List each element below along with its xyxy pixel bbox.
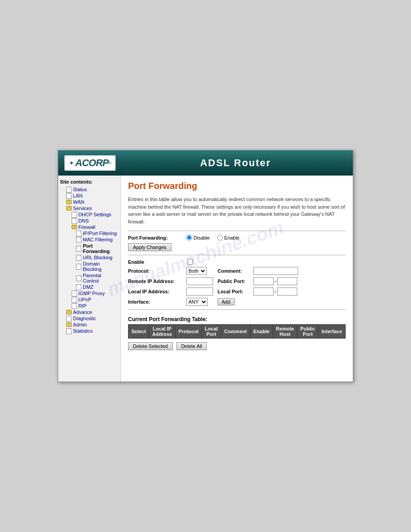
protocol-comment-row: Protocol: Both TCP UDP Comment: xyxy=(128,267,346,275)
folder-icon xyxy=(66,206,72,210)
page-icon xyxy=(76,284,81,290)
bottom-buttons: Delete Selected Delete All xyxy=(128,342,346,350)
public-port-start-input[interactable] xyxy=(253,277,274,285)
protocol-select[interactable]: Both TCP UDP xyxy=(186,267,207,275)
page-icon xyxy=(72,291,77,296)
sidebar-item-domain-blocking[interactable]: Domain Blocking xyxy=(60,261,119,272)
interface-label: Interface: xyxy=(128,299,186,305)
page-icon xyxy=(76,237,81,242)
radio-group: Disable Enable xyxy=(186,235,240,240)
page-icon xyxy=(72,212,77,217)
sidebar-item-url-blocking[interactable]: URL Blocking xyxy=(60,254,119,261)
logo-registered: ® xyxy=(108,161,111,165)
sidebar-item-firewall[interactable]: Firewall xyxy=(60,224,119,230)
enable-checkbox-label: Enable xyxy=(128,259,186,265)
page-icon xyxy=(76,275,81,281)
public-port-end-input[interactable] xyxy=(277,277,297,285)
header: ✦ ACORP ® ADSL Router xyxy=(58,150,353,176)
sidebar-item-wan[interactable]: WAN xyxy=(60,199,119,205)
description: Entries in this table allow you to autom… xyxy=(128,196,346,225)
page-icon xyxy=(76,264,81,269)
local-port-start-input[interactable] xyxy=(253,287,274,296)
divider-2 xyxy=(128,255,346,255)
page-icon xyxy=(66,187,72,192)
table-title: Current Port Forwarding Table: xyxy=(128,316,346,322)
enable-label: Enable xyxy=(224,235,240,240)
col-remote-host: RemoteHost xyxy=(273,325,297,339)
page-icon xyxy=(76,246,81,251)
comment-label: Comment: xyxy=(218,268,253,274)
sidebar-item-ip-port-filtering[interactable]: IP/Port Filtering xyxy=(60,230,119,236)
folder-icon xyxy=(66,322,72,327)
sidebar-item-statistics[interactable]: Statistics xyxy=(60,328,119,334)
table-section: Current Port Forwarding Table: Select Lo… xyxy=(128,316,346,350)
comment-input[interactable] xyxy=(253,267,298,275)
content-area: Port Forwarding Entries in this table al… xyxy=(121,176,353,382)
disable-option[interactable]: Disable xyxy=(186,235,210,240)
sidebar-item-port-forwarding[interactable]: Port Forwarding xyxy=(60,243,119,254)
folder-icon xyxy=(72,225,77,229)
sidebar-item-igmp-proxy[interactable]: IGMP Proxy xyxy=(60,290,119,296)
sidebar-item-lan[interactable]: LAN xyxy=(60,193,119,199)
folder-icon xyxy=(66,310,72,314)
local-ip-label: Local IP Address: xyxy=(128,289,186,294)
add-button[interactable]: Add xyxy=(218,298,235,305)
sidebar-item-services[interactable]: Services xyxy=(60,205,119,211)
main-body: Site contents: Status LAN WAN Services xyxy=(58,176,353,382)
interface-add-row: Interface: ANY WAN LAN Add xyxy=(128,298,346,306)
page-icon xyxy=(72,218,77,223)
enable-checkbox[interactable] xyxy=(187,259,193,265)
sidebar-item-mac-filtering[interactable]: MAC Filtering xyxy=(60,236,119,243)
col-comment: Comment xyxy=(221,325,250,339)
page-icon xyxy=(76,231,81,236)
divider-3 xyxy=(128,309,346,310)
remote-ip-input[interactable] xyxy=(186,277,213,285)
local-port-label: Local Port: xyxy=(218,289,253,294)
local-ip-port-row: Local IP Address: Local Port: - xyxy=(128,287,346,296)
sidebar-title: Site contents: xyxy=(60,179,119,184)
sidebar-item-rip[interactable]: RIP xyxy=(60,303,119,309)
local-ip-input[interactable] xyxy=(186,287,213,296)
sidebar-item-dhcp[interactable]: DHCP Settings xyxy=(60,211,119,218)
router-container: manualmachine.com ✦ ACORP ® ADSL Router … xyxy=(58,150,353,382)
local-port-dash: - xyxy=(274,288,276,295)
apply-changes-button[interactable]: Apply Changes xyxy=(128,243,171,251)
enable-row: Enable xyxy=(128,259,346,265)
delete-selected-button[interactable]: Delete Selected xyxy=(128,342,173,350)
divider-1 xyxy=(128,231,346,231)
sidebar: Site contents: Status LAN WAN Services xyxy=(58,176,121,382)
sidebar-item-upnp[interactable]: UPnP xyxy=(60,296,119,303)
header-title: ADSL Router xyxy=(124,157,347,169)
page-icon xyxy=(66,193,72,198)
delete-all-button[interactable]: Delete All xyxy=(176,342,207,350)
page-icon xyxy=(66,328,72,334)
sidebar-item-status[interactable]: Status xyxy=(60,186,119,193)
disable-label: Disable xyxy=(193,235,210,240)
public-port-dash: - xyxy=(274,278,276,284)
public-port-label: Public Port: xyxy=(218,279,253,284)
sidebar-item-diagnostic[interactable]: Diagnostic xyxy=(60,315,119,322)
sidebar-item-advance[interactable]: Advance xyxy=(60,309,119,315)
logo-star-icon: ✦ xyxy=(69,159,74,167)
page-icon xyxy=(66,316,72,321)
col-interface: Interface xyxy=(318,325,346,339)
sidebar-item-dmz[interactable]: DMZ xyxy=(60,284,119,290)
sidebar-item-admin[interactable]: Admin xyxy=(60,322,119,328)
logo-text: ACORP xyxy=(75,157,108,169)
col-public-port: PublicPort xyxy=(297,325,318,339)
port-forwarding-row: Port Forwarding: Disable Enable xyxy=(128,235,346,240)
page-icon xyxy=(76,255,81,260)
interface-select[interactable]: ANY WAN LAN xyxy=(186,298,208,306)
enable-radio[interactable] xyxy=(217,235,223,240)
enable-option[interactable]: Enable xyxy=(217,235,240,240)
col-local-port: LocalPort xyxy=(202,325,221,339)
col-local-ip: Local IPAddress xyxy=(149,325,176,339)
protocol-label: Protocol: xyxy=(128,268,186,274)
sidebar-item-dns[interactable]: DNS xyxy=(60,218,119,224)
disable-radio[interactable] xyxy=(186,235,192,240)
sidebar-item-parental-control[interactable]: Parental Control xyxy=(60,272,119,284)
remote-public-row: Remote IP Address: Public Port: - xyxy=(128,277,346,285)
port-forwarding-label: Port Forwarding: xyxy=(128,235,186,240)
local-port-end-input[interactable] xyxy=(277,287,297,296)
page-icon xyxy=(72,303,77,309)
